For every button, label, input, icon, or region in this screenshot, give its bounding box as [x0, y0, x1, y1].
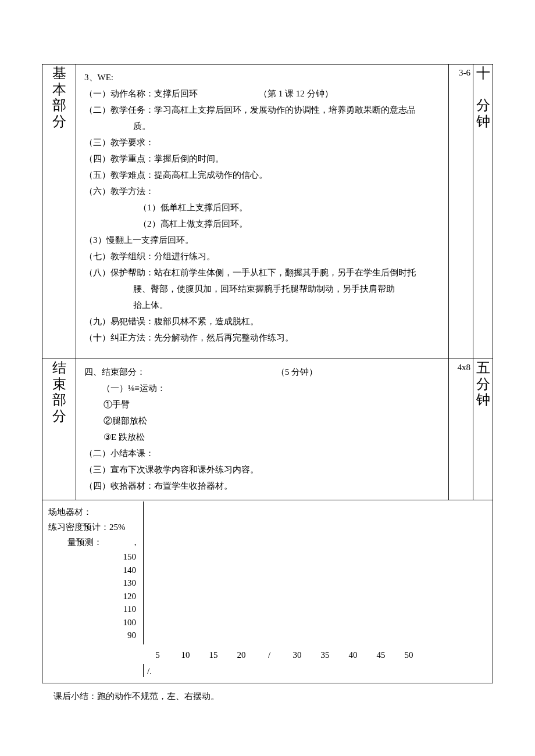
x-tick: 45 [367, 648, 395, 662]
line: （十）纠正方法：先分解动作，然后再完整动作练习。 [84, 331, 443, 345]
char: 束 [45, 377, 73, 393]
char [476, 82, 490, 98]
line: （2）高杠上做支撑后回环。 [84, 217, 443, 231]
y-tick: 100 [48, 616, 136, 629]
line: （四）收拾器材：布置学生收拾器材。 [84, 479, 443, 493]
y-tick: 150 [48, 550, 136, 564]
text: （5 分钟） [276, 365, 318, 379]
time-basic: 十 分 钟 [473, 65, 493, 359]
line: （1）低单杠上支撑后回环。 [84, 200, 443, 214]
x-tick: 30 [283, 648, 311, 662]
y-tick: 120 [48, 590, 136, 603]
char: 分 [45, 114, 73, 130]
line: 四、结束部分： （5 分钟） [84, 365, 443, 379]
line: （五）教学难点：提高高杠上完成动作的信心。 [84, 168, 443, 182]
line: （八）保护帮助：站在杠前学生体侧，一手从杠下，翻握其手腕，另手在学生后倒时托 [84, 266, 443, 280]
line: 腰、臀部，使腹贝加，回环结束握腕手托腿帮助制动，另手扶肩帮助 [84, 282, 443, 296]
time-end: 五 分 钟 [473, 359, 493, 500]
line: （四）教学重点：掌握后倒的时间。 [84, 152, 443, 166]
text: 量预测： [67, 535, 102, 549]
line: （三）教学要求： [84, 135, 443, 149]
x-tick: 15 [199, 648, 227, 662]
line: （3）慢翻上一支撑后回环。 [84, 233, 443, 247]
y-tick: 130 [48, 576, 136, 590]
x-tick: 40 [339, 648, 367, 662]
text: 四、结束部分： [84, 365, 276, 379]
char: 钟 [476, 392, 490, 409]
char: 钟 [476, 114, 490, 130]
x-tick: 10 [172, 648, 199, 662]
char: 结 [45, 360, 73, 377]
chart-plot-area [144, 501, 490, 644]
line: 质。 [84, 119, 443, 133]
x-tick: 50 [395, 648, 423, 662]
line: （九）易犯错误：腹部贝林不紧，造成脱杠。 [84, 314, 443, 328]
footer-left: 场地器材： 练习密度预计：25% 量预测： ， 150 140 130 120 … [45, 501, 144, 644]
row-basic: 基 本 部 分 3、WE: （一）动作名称：支撑后回环 （第 1 课 12 分钟… [42, 65, 493, 359]
lesson-plan-table: 基 本 部 分 3、WE: （一）动作名称：支撑后回环 （第 1 课 12 分钟… [42, 64, 493, 683]
chart-x-axis-caption: /. [45, 664, 490, 682]
section-label-end: 结 束 部 分 [42, 359, 76, 500]
content-basic: 3、WE: （一）动作名称：支撑后回环 （第 1 课 12 分钟） （二）教学任… [76, 65, 449, 359]
line: 3、WE: [84, 70, 443, 84]
text: （一）动作名称：支撑后回环 [84, 87, 259, 101]
y-tick: 140 [48, 564, 136, 577]
post-class-summary: 课后小结：跑的动作不规范，左、右摆动。 [42, 683, 493, 703]
char: 分 [476, 377, 490, 393]
char: 本 [45, 82, 73, 98]
line: （七）教学组织：分组进行练习。 [84, 249, 443, 263]
line: 抬上体。 [84, 298, 443, 312]
load-forecast: 量预测： ， [48, 535, 140, 549]
char: 基 [45, 66, 73, 82]
char: 分 [476, 98, 490, 114]
content-end: 四、结束部分： （5 分钟） （一）⅛≡运动： ①手臂 ②腿部放松 ③E 跌放松… [76, 359, 449, 500]
char: 十 [476, 66, 490, 82]
line: （一）动作名称：支撑后回环 （第 1 课 12 分钟） [84, 87, 443, 101]
char: 部 [45, 392, 73, 409]
y-tick: 110 [48, 603, 136, 616]
x-tick: 5 [144, 648, 172, 662]
chart-x-axis-row: 5 10 15 20 / 30 35 40 45 50 [45, 644, 490, 664]
text: （第 1 课 12 分钟） [259, 87, 333, 101]
line: ②腿部放松 [84, 414, 443, 428]
line: ③E 跌放松 [84, 430, 443, 444]
line: （二）教学任务：学习高杠上支撑后回环，发展动作的协调性，培养勇敢果断的意志品 [84, 103, 443, 117]
practice-density: 练习密度预计：25% [48, 520, 140, 534]
chart-y-axis: 150 140 130 120 110 100 90 [48, 550, 140, 642]
line: ①手臂 [84, 397, 443, 411]
y-tick: 90 [48, 629, 136, 642]
char: 分 [45, 409, 73, 425]
line: （一）⅛≡运动： [84, 381, 443, 395]
char: 五 [476, 360, 490, 377]
chart-cell: 场地器材： 练习密度预计：25% 量预测： ， 150 140 130 120 … [42, 500, 493, 683]
line: （二）小结本课： [84, 446, 443, 460]
count-end: 4x8 [449, 359, 473, 500]
section-label-basic: 基 本 部 分 [42, 65, 76, 359]
count-basic: 3-6 [449, 65, 473, 359]
row-chart: 场地器材： 练习密度预计：25% 量预测： ， 150 140 130 120 … [42, 500, 493, 683]
char: 部 [45, 98, 73, 114]
x-caption: /. [144, 664, 152, 682]
line: （六）教学方法： [84, 184, 443, 198]
x-tick: / [255, 648, 283, 662]
row-end: 结 束 部 分 四、结束部分： （5 分钟） （一）⅛≡运动： ①手臂 ②腿部放… [42, 359, 493, 500]
site-equipment: 场地器材： [48, 505, 140, 519]
x-tick: 35 [311, 648, 339, 662]
x-tick: 20 [227, 648, 255, 662]
text: ， [131, 535, 140, 549]
chart-x-axis: 5 10 15 20 / 30 35 40 45 50 [144, 644, 490, 664]
line: （三）宣布下次课教学内容和课外练习内容。 [84, 463, 443, 476]
